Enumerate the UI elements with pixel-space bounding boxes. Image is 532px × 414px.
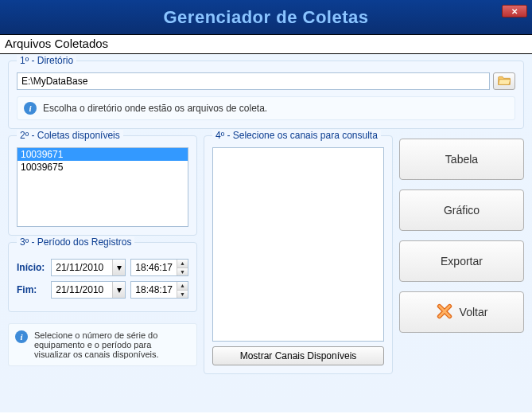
voltar-button[interactable]: Voltar [399,291,524,333]
group-coletas: 2º - Coletas disponíveis 100396711003967… [8,135,197,236]
periodo-hint: i Selecione o número de série do equipam… [8,323,197,366]
diretorio-hint-text: Escolha o diretório onde estão os arquiv… [43,103,267,114]
group-canais: 4º - Selecione os canais para consulta M… [204,135,393,374]
close-icon: ✕ [511,7,518,16]
group-canais-title: 4º - Selecione os canais para consulta [212,130,381,141]
title-bar: Gerenciador de Coletas ✕ [0,0,532,35]
inicio-time-spinner[interactable]: 18:46:17 ▲▼ [130,259,188,276]
spinner-icon: ▲▼ [177,260,188,275]
group-diretorio: 1º - Diretório i Escolha o diretório ond… [8,61,524,129]
fim-label: Fim: [17,284,46,295]
chevron-down-icon: ▾ [112,260,125,275]
inicio-date-value: 21/11/2010 [52,262,112,273]
voltar-label: Voltar [460,306,488,318]
fim-date-picker[interactable]: 21/11/2010 ▾ [51,281,126,299]
group-diretorio-title: 1º - Diretório [17,55,76,66]
fim-time-value: 18:48:17 [131,284,177,295]
info-icon: i [24,102,37,115]
canais-listbox[interactable] [212,147,384,342]
browse-folder-button[interactable] [493,72,515,90]
app-title: Gerenciador de Coletas [164,7,369,28]
content-area: 1º - Diretório i Escolha o diretório ond… [0,54,532,412]
grafico-button[interactable]: Gráfico [399,189,524,231]
exportar-button[interactable]: Exportar [399,240,524,282]
fim-date-value: 21/11/2010 [52,284,112,295]
section-header: Arquivos Coletados [0,35,532,54]
inicio-date-picker[interactable]: 21/11/2010 ▾ [51,259,126,276]
spinner-icon: ▲▼ [177,282,188,298]
inicio-label: Início: [17,262,46,273]
info-icon: i [15,330,28,343]
grafico-label: Gráfico [444,204,480,217]
diretorio-input[interactable] [17,72,490,90]
periodo-hint-text: Selecione o número de série do equipamen… [34,330,190,359]
group-coletas-title: 2º - Coletas disponíveis [17,130,123,141]
mostrar-canais-button[interactable]: Mostrar Canais Disponíveis [212,346,384,365]
group-periodo: 3º - Período dos Registros Início: 21/11… [8,242,197,312]
chevron-down-icon: ▾ [112,282,125,298]
fim-time-spinner[interactable]: 18:48:17 ▲▼ [130,281,188,299]
inicio-time-value: 18:46:17 [131,262,177,273]
diretorio-hint: i Escolha o diretório onde estão os arqu… [17,96,515,120]
window-close-button[interactable]: ✕ [502,5,527,18]
list-item[interactable]: 10039671 [17,148,188,161]
exportar-label: Exportar [441,255,483,268]
coletas-listbox[interactable]: 1003967110039675 [17,147,188,227]
tabela-label: Tabela [445,153,478,166]
cancel-icon [436,303,453,322]
list-item[interactable]: 10039675 [17,161,188,174]
folder-icon [498,75,511,88]
tabela-button[interactable]: Tabela [399,139,524,180]
group-periodo-title: 3º - Período dos Registros [17,236,134,248]
